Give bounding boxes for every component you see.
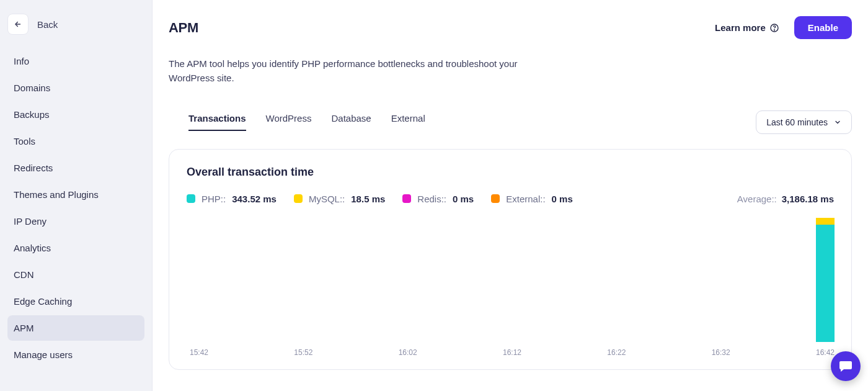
sidebar: Back InfoDomainsBackupsToolsRedirectsThe… xyxy=(0,0,153,391)
legend-item-redis: Redis::0 ms xyxy=(402,194,474,204)
tab-database[interactable]: Database xyxy=(331,113,371,131)
sidebar-item-edge-caching[interactable]: Edge Caching xyxy=(7,289,144,314)
chart-bar xyxy=(816,218,835,341)
page-title: APM xyxy=(169,20,198,36)
sidebar-item-info[interactable]: Info xyxy=(7,48,144,74)
tabs: TransactionsWordPressDatabaseExternal xyxy=(188,113,425,131)
sidebar-item-ip-deny[interactable]: IP Deny xyxy=(7,209,144,234)
help-circle-icon xyxy=(769,23,779,33)
time-range-label: Last 60 minutes xyxy=(766,117,828,127)
legend-item-external: External::0 ms xyxy=(491,194,573,204)
legend-label: Redis:: xyxy=(417,194,446,204)
x-tick: 16:22 xyxy=(607,348,626,357)
chat-icon xyxy=(838,359,853,374)
average-label: Average:: xyxy=(737,194,777,204)
legend-value: 0 ms xyxy=(453,194,474,204)
x-tick: 16:42 xyxy=(816,348,835,357)
page-description: The APM tool helps you identify PHP perf… xyxy=(169,56,522,86)
average-stat: Average:: 3,186.18 ms xyxy=(737,194,834,204)
x-tick: 16:32 xyxy=(712,348,730,357)
x-tick: 15:52 xyxy=(294,348,312,357)
x-tick: 16:12 xyxy=(503,348,521,357)
back-button[interactable] xyxy=(7,14,29,35)
sidebar-item-themes-and-plugins[interactable]: Themes and Plugins xyxy=(7,182,144,207)
header-actions: Learn more Enable xyxy=(715,16,852,39)
chart-x-axis: 15:4215:5216:0216:1216:2216:3216:42 xyxy=(187,347,834,358)
chat-widget-button[interactable] xyxy=(831,351,861,381)
sidebar-item-redirects[interactable]: Redirects xyxy=(7,155,144,181)
time-range-button[interactable]: Last 60 minutes xyxy=(756,110,852,134)
sidebar-item-backups[interactable]: Backups xyxy=(7,102,144,127)
chart-bar-segment xyxy=(816,225,835,342)
learn-more-label: Learn more xyxy=(715,22,766,33)
sidebar-item-domains[interactable]: Domains xyxy=(7,75,144,101)
legend-label: PHP:: xyxy=(202,194,226,204)
tab-external[interactable]: External xyxy=(391,113,425,131)
x-tick: 16:02 xyxy=(399,348,417,357)
transaction-card: Overall transaction time PHP::343.52 msM… xyxy=(169,149,852,370)
sidebar-item-tools[interactable]: Tools xyxy=(7,128,144,154)
enable-button[interactable]: Enable xyxy=(794,16,852,39)
sidebar-item-cdn[interactable]: CDN xyxy=(7,262,144,287)
legend-swatch xyxy=(187,194,195,203)
x-tick: 15:42 xyxy=(190,348,208,357)
learn-more-link[interactable]: Learn more xyxy=(715,22,779,33)
chevron-down-icon xyxy=(834,119,841,126)
back-row: Back xyxy=(7,12,144,48)
chart-bar-segment xyxy=(816,218,835,224)
transaction-chart xyxy=(187,218,834,342)
legend-swatch xyxy=(491,194,500,203)
legend-value: 0 ms xyxy=(552,194,573,204)
legend-label: External:: xyxy=(506,194,545,204)
average-value: 3,186.18 ms xyxy=(782,194,834,204)
tab-wordpress[interactable]: WordPress xyxy=(266,113,312,131)
legend-value: 343.52 ms xyxy=(232,194,277,204)
legend-label: MySQL:: xyxy=(309,194,345,204)
legend-row: PHP::343.52 msMySQL::18.5 msRedis::0 msE… xyxy=(187,194,834,204)
tab-transactions[interactable]: Transactions xyxy=(188,113,246,131)
back-label: Back xyxy=(37,19,58,30)
legend-item-php: PHP::343.52 ms xyxy=(187,194,277,204)
legend-value: 18.5 ms xyxy=(351,194,385,204)
sidebar-item-apm[interactable]: APM xyxy=(7,315,144,341)
legend-swatch xyxy=(294,194,303,203)
legend-swatch xyxy=(402,194,411,203)
legend-item-mysql: MySQL::18.5 ms xyxy=(294,194,385,204)
sidebar-item-analytics[interactable]: Analytics xyxy=(7,235,144,261)
sidebar-item-manage-users[interactable]: Manage users xyxy=(7,342,144,367)
sidebar-nav: InfoDomainsBackupsToolsRedirectsThemes a… xyxy=(7,48,144,367)
tabs-row: TransactionsWordPressDatabaseExternal La… xyxy=(169,110,852,134)
card-title: Overall transaction time xyxy=(187,166,834,179)
arrow-left-icon xyxy=(14,20,22,29)
page-header: APM Learn more Enable xyxy=(169,16,852,39)
main-content: APM Learn more Enable The APM tool helps… xyxy=(153,0,868,391)
svg-point-2 xyxy=(774,29,774,30)
